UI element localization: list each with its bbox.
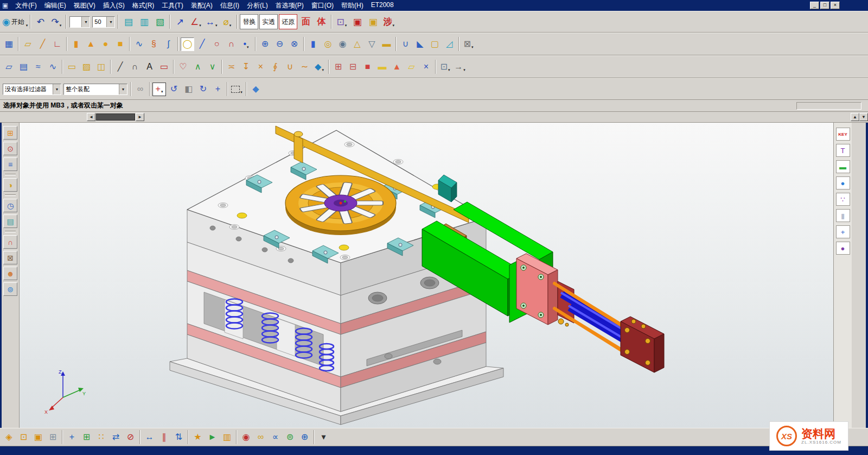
pocket-icon[interactable]: ▽ xyxy=(365,37,379,51)
find-component-icon[interactable]: ◈ xyxy=(2,431,16,444)
gold-plane-icon[interactable]: ▱ xyxy=(405,60,418,74)
packaging-icon[interactable]: ⊞ xyxy=(46,431,60,444)
restore-button[interactable]: 还原 xyxy=(279,14,297,29)
face-button[interactable]: 面 xyxy=(298,14,313,29)
hydraulic-cylinder[interactable] xyxy=(516,254,664,372)
unite-icon[interactable]: ⊕ xyxy=(258,37,272,51)
orbit-view-icon[interactable]: ↺ xyxy=(167,83,181,96)
datum-plane-icon[interactable]: ▱ xyxy=(21,37,35,51)
distance-icon[interactable]: ↔▾ xyxy=(204,14,219,29)
block-icon[interactable]: ■ xyxy=(113,37,127,51)
close-button[interactable]: × xyxy=(831,2,840,9)
cross-part-icon[interactable]: + xyxy=(836,225,850,238)
part-navigator-icon[interactable]: ≡ xyxy=(3,157,17,171)
move-to-layer-icon[interactable]: ▧ xyxy=(152,14,167,29)
work-layer-spinner[interactable]: 50▼ xyxy=(92,16,115,28)
bounded-plane-icon[interactable]: ▭ xyxy=(65,60,79,74)
move-component-icon[interactable]: ↔ xyxy=(143,431,156,444)
project-curve-icon[interactable]: ↧ xyxy=(239,60,253,74)
menu-assemblies[interactable]: 装配(A) xyxy=(187,1,216,10)
vector-icon[interactable]: ↗ xyxy=(173,14,187,29)
grapes-part-icon[interactable]: ∵ xyxy=(836,193,850,206)
cone-icon[interactable]: ▲ xyxy=(84,37,98,51)
clearance-analysis-icon[interactable]: ⊕ xyxy=(298,431,311,444)
revolve-icon[interactable]: ◎ xyxy=(321,37,335,51)
gold-sheet-icon[interactable]: ▬ xyxy=(375,60,389,74)
rectangle-select-icon[interactable]: ▾ xyxy=(230,83,244,96)
extension-surface-icon[interactable]: ◫ xyxy=(94,60,108,74)
intersection-curve-icon[interactable]: × xyxy=(254,60,267,74)
text-icon[interactable]: A xyxy=(143,60,156,74)
profile-arc-icon[interactable]: ∩ xyxy=(128,60,142,74)
interference-check-icon[interactable]: ◉ xyxy=(239,431,253,444)
align-constraint-icon[interactable]: ⊟ xyxy=(346,60,360,74)
join-curve-icon[interactable]: ∼ xyxy=(298,60,311,74)
draft-icon[interactable]: ◿ xyxy=(443,37,456,51)
new-component-icon[interactable]: ⊞ xyxy=(80,431,93,444)
point-icon[interactable]: •▾ xyxy=(239,37,253,51)
bridge-curve-icon[interactable]: ∪ xyxy=(283,60,297,74)
offset-curve-icon[interactable]: ≍ xyxy=(225,60,238,74)
cylinder-icon[interactable]: ▮ xyxy=(69,37,83,51)
copy-face-icon[interactable]: ⊡▾ xyxy=(334,14,349,29)
subtract-icon[interactable]: ⊖ xyxy=(273,37,286,51)
capsule-part-icon[interactable]: ▬ xyxy=(836,160,850,173)
menu-et2008[interactable]: ET2008 xyxy=(367,1,398,10)
graphics-viewport[interactable]: Z Y X xyxy=(20,123,833,428)
process-studio-icon[interactable]: ▤ xyxy=(3,214,17,228)
menu-insert[interactable]: 插入(S) xyxy=(99,1,129,10)
hole-icon[interactable]: ◉ xyxy=(336,37,349,51)
blend-drop-icon[interactable]: ◆▾ xyxy=(312,60,326,74)
suppress-component-icon[interactable]: ⊘ xyxy=(124,431,137,444)
gold-solid-icon[interactable]: ▣ xyxy=(366,14,380,29)
scroll-up-button[interactable]: ▲ xyxy=(851,113,859,121)
csys-icon[interactable]: ∠▾ xyxy=(188,14,203,29)
scroll-down-button[interactable]: ▼ xyxy=(859,113,868,121)
datum-axis-icon[interactable]: ╱ xyxy=(36,37,49,51)
scroll-right-button[interactable]: ► xyxy=(136,113,144,121)
replace-button[interactable]: 替换 xyxy=(240,14,258,29)
through-curves-icon[interactable]: ≈ xyxy=(31,60,45,74)
four-point-surface-icon[interactable]: ▱ xyxy=(2,60,16,74)
pan-view-icon[interactable]: + xyxy=(211,83,225,96)
menu-window[interactable]: 窗口(O) xyxy=(308,1,337,10)
component-properties-icon[interactable]: ▣ xyxy=(31,431,45,444)
extrude-icon[interactable]: ▮ xyxy=(307,37,320,51)
intersect-icon[interactable]: ⊗ xyxy=(288,37,301,51)
key-shortcut-icon[interactable]: KEY xyxy=(836,128,850,141)
clipboard-icon[interactable]: ⊡▾ xyxy=(438,60,452,74)
pattern-component-icon[interactable]: ∷ xyxy=(94,431,108,444)
arrangements-icon[interactable]: ▥ xyxy=(220,431,234,444)
sketch-icon[interactable]: ▦ xyxy=(2,37,16,51)
mirror-assembly-icon[interactable]: ⇄ xyxy=(109,431,123,444)
menu-edit[interactable]: 编辑(E) xyxy=(41,1,70,10)
rectangle-icon[interactable]: ▭ xyxy=(157,60,171,74)
rainbow-palette-icon[interactable]: ∩ xyxy=(3,235,17,249)
body-button[interactable]: 体 xyxy=(314,14,329,29)
shell-icon[interactable]: ▢ xyxy=(428,37,442,51)
redo-icon[interactable]: ↷▾ xyxy=(49,14,63,29)
layer-settings-icon[interactable]: ▤ xyxy=(121,14,136,29)
restore-button[interactable]: □ xyxy=(820,2,829,9)
arc-icon[interactable]: ∩ xyxy=(225,37,238,51)
chain-link-icon[interactable]: ◯ xyxy=(181,37,194,51)
rib-icon[interactable]: ▬ xyxy=(380,37,393,51)
translucent-button[interactable]: 实透 xyxy=(259,14,278,29)
assembly-more-icon[interactable]: ▾ xyxy=(317,431,330,444)
fit-view-icon[interactable]: ◧ xyxy=(182,83,195,96)
exploded-view-icon[interactable]: ★ xyxy=(191,431,205,444)
law-curve-icon[interactable]: ∫ xyxy=(162,37,175,51)
scroll-left-button[interactable]: ◄ xyxy=(87,113,95,121)
layer-visibility-icon[interactable]: ▥ xyxy=(137,14,151,29)
start-button[interactable]: ◉开始▾ xyxy=(2,14,28,29)
add-component-icon[interactable]: + xyxy=(65,431,79,444)
tube-part-icon[interactable]: ▮ xyxy=(836,209,850,222)
constraint-navigator-icon[interactable]: ⊙ xyxy=(3,142,17,155)
assembly-constraints-icon[interactable]: ∥ xyxy=(157,431,171,444)
sequence-icon[interactable]: ► xyxy=(206,431,219,444)
section-curve-icon[interactable]: ∮ xyxy=(269,60,282,74)
roles-icon[interactable]: ☻ xyxy=(3,267,17,280)
menu-analysis[interactable]: 分析(L) xyxy=(243,1,272,10)
undo-icon[interactable]: ↶ xyxy=(33,14,48,29)
show-dof-icon[interactable]: ⇅ xyxy=(172,431,186,444)
